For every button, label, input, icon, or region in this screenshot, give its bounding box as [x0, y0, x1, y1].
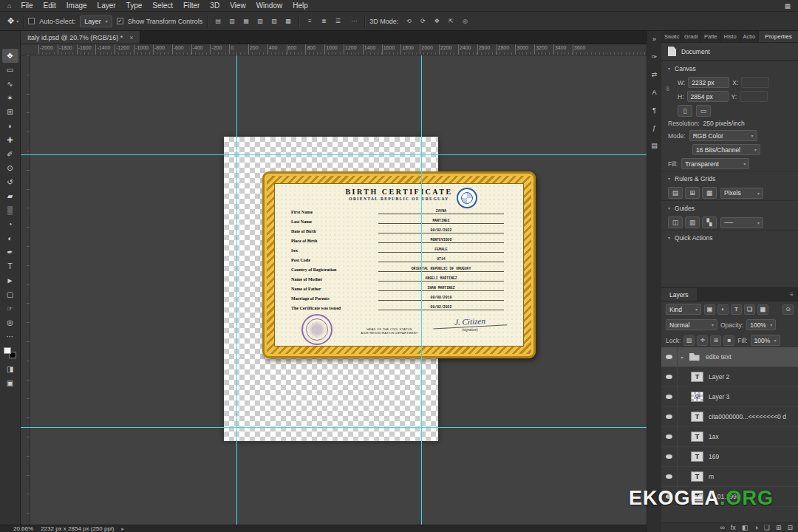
menu-edit[interactable]: Edit — [38, 1, 61, 10]
auto-select-target-dropdown[interactable]: Layer ▾ — [80, 16, 112, 27]
guide-vertical-2[interactable] — [421, 55, 422, 525]
distribute-horizontal-icon[interactable]: ≣ — [318, 16, 330, 27]
zoom-tool[interactable]: ◎ — [2, 316, 18, 330]
lock-transparency-icon[interactable]: ▨ — [683, 335, 695, 346]
guide-horizontal-1[interactable] — [21, 154, 647, 155]
new-layer-icon[interactable]: ⊞ — [776, 524, 782, 531]
marquee-tool[interactable]: ▭ — [2, 63, 18, 77]
filter-pixel-layers-icon[interactable]: ▣ — [704, 304, 715, 315]
delete-layer-icon[interactable]: ⊟ — [787, 524, 793, 531]
close-icon[interactable]: × — [129, 34, 133, 41]
link-layers-icon[interactable]: ∞ — [720, 524, 724, 531]
x-input[interactable] — [741, 77, 769, 88]
new-guide-layout-icon[interactable]: ◫ — [668, 216, 683, 228]
layer-thumbnail[interactable]: T — [691, 471, 703, 482]
brush-tool[interactable]: ✐ — [2, 147, 18, 161]
align-top-icon[interactable]: ▧ — [254, 16, 266, 27]
history-brush-tool[interactable]: ↺ — [2, 175, 18, 189]
certificate-document[interactable]: BIRTH CERTIFICATE ORIENTAL REPUBLIC OF U… — [262, 171, 536, 358]
distribute-spacing-icon[interactable]: ☰ — [332, 16, 344, 27]
toolbar-overflow-icon[interactable]: ⋯ — [2, 330, 18, 344]
horizontal-ruler[interactable]: -2000-1800-1600-1400-1200-1000-800-600-4… — [21, 44, 647, 55]
guides-section-header[interactable]: ▾ Guides — [661, 200, 798, 215]
lock-pixels-icon[interactable]: ✛ — [697, 335, 708, 346]
clone-stamp-tool[interactable]: ⊙ — [2, 161, 18, 175]
align-right-icon[interactable]: ▦ — [240, 16, 252, 27]
visibility-eye-icon[interactable] — [661, 387, 678, 406]
auto-select-checkbox[interactable] — [28, 18, 35, 24]
drag-3d-icon[interactable]: ✥ — [431, 16, 443, 27]
layer-row[interactable]: T m — [661, 467, 798, 487]
y-input[interactable] — [740, 91, 768, 102]
group-disclosure-icon[interactable]: ▾ — [678, 355, 686, 360]
layer-name[interactable]: Layer 2 — [709, 373, 795, 381]
character-panel-icon[interactable]: A — [649, 87, 661, 97]
link-dimensions-icon[interactable]: ∞ — [664, 86, 672, 91]
grid-settings-icon[interactable]: ▦ — [702, 187, 717, 199]
crop-tool[interactable]: ⊞ — [2, 105, 18, 119]
layer-row[interactable]: T 1ax — [661, 427, 798, 447]
menu-filter[interactable]: Filter — [178, 1, 205, 10]
gradient-tool[interactable]: ▒ — [2, 203, 18, 217]
menu-window[interactable]: Window — [251, 1, 288, 10]
visibility-eye-icon[interactable] — [661, 427, 678, 446]
opacity-input[interactable]: 100% ▾ — [746, 319, 776, 330]
layer-thumbnail[interactable]: T — [691, 372, 703, 382]
paragraph-panel-icon[interactable]: ¶ — [649, 105, 661, 115]
panel-menu-icon[interactable]: ≡ — [785, 288, 798, 301]
tab-actions[interactable]: Actio — [740, 31, 760, 42]
layer-thumbnail[interactable]: T — [691, 412, 703, 422]
new-group-icon[interactable]: ❏ — [764, 524, 770, 531]
color-swatches[interactable] — [4, 347, 16, 358]
workspace-icon[interactable]: ▦ — [784, 2, 791, 10]
clone-source-icon[interactable]: ⇄ — [649, 69, 661, 79]
type-tool[interactable]: T — [2, 259, 18, 273]
menu-view[interactable]: View — [225, 1, 251, 10]
menu-select[interactable]: Select — [147, 1, 178, 10]
libraries-panel-icon[interactable]: ▤ — [649, 140, 661, 150]
align-bottom-icon[interactable]: ▩ — [282, 16, 294, 27]
foreground-color-swatch[interactable] — [4, 347, 11, 354]
document-tab[interactable]: Italy id.psd @ 20.7% (RGB/16) * × — [21, 31, 140, 44]
lock-guides-icon[interactable]: ▥ — [685, 216, 700, 228]
eyedropper-tool[interactable]: ◗ — [2, 119, 18, 133]
zoom-level[interactable]: 20.66% — [13, 525, 33, 532]
canvas-section-header[interactable]: ▾ Canvas — [661, 61, 798, 75]
lock-position-icon[interactable]: ⊞ — [710, 335, 721, 346]
align-center-h-icon[interactable]: ▥ — [226, 16, 238, 27]
roll-3d-icon[interactable]: ⟳ — [417, 16, 429, 27]
visibility-eye-icon[interactable] — [661, 367, 678, 386]
show-transform-checkbox[interactable]: ✓ — [117, 18, 123, 24]
vertical-ruler[interactable] — [21, 55, 30, 525]
lock-all-icon[interactable]: ■ — [723, 335, 734, 346]
ruler-icon[interactable]: ▤ — [668, 187, 683, 199]
status-arrow-icon[interactable]: ▸ — [121, 526, 124, 532]
layer-thumbnail[interactable] — [688, 352, 700, 362]
height-input[interactable]: 2854 px — [687, 91, 729, 102]
healing-brush-tool[interactable]: ✚ — [2, 133, 18, 147]
layer-name[interactable]: m — [709, 473, 795, 480]
filter-toggle-icon[interactable]: ⊙ — [782, 304, 794, 315]
shape-tool[interactable]: ▢ — [2, 287, 18, 301]
move-tool-icon[interactable]: ✥ — [7, 16, 14, 26]
move-tool[interactable]: ✥ — [2, 49, 18, 63]
align-middle-icon[interactable]: ▨ — [268, 16, 280, 27]
visibility-eye-icon[interactable] — [661, 467, 678, 486]
visibility-eye-icon[interactable] — [661, 347, 678, 366]
guide-vertical-1[interactable] — [236, 55, 237, 525]
blend-mode-dropdown[interactable]: Normal ▾ — [666, 319, 717, 330]
dodge-tool[interactable]: ◐ — [2, 231, 18, 245]
tab-properties[interactable]: Properties — [759, 31, 797, 42]
glyphs-panel-icon[interactable]: ƒ — [649, 123, 661, 132]
lasso-tool[interactable]: ∿ — [2, 77, 18, 91]
visibility-eye-icon[interactable] — [661, 447, 678, 466]
layer-row[interactable]: ▾ edite text — [661, 347, 798, 367]
layer-row[interactable]: T Layer 2 — [661, 367, 798, 387]
menu-image[interactable]: Image — [61, 1, 92, 10]
layer-name[interactable]: Layer 3 — [709, 393, 795, 400]
layer-row[interactable]: T 169 — [661, 447, 798, 467]
adjustment-layer-icon[interactable]: ◑ — [754, 524, 757, 531]
rulers-grids-section-header[interactable]: ▾ Rulers & Grids — [661, 171, 798, 185]
menu-3d[interactable]: 3D — [205, 1, 225, 10]
align-left-icon[interactable]: ▤ — [212, 16, 224, 27]
